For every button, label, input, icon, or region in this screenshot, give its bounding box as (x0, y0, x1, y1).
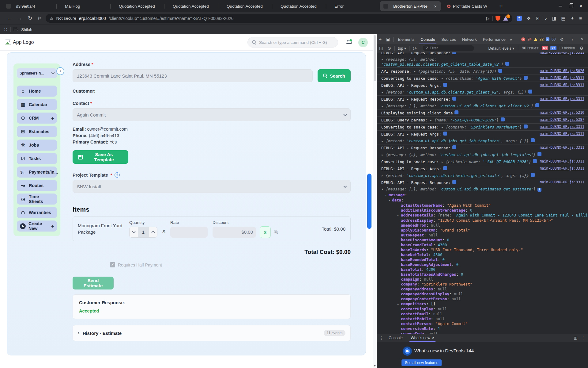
expand-arrow-icon[interactable]: ▾ (385, 193, 389, 198)
url-field[interactable]: ⚠ Not secure erp.local:8000/clients?look… (46, 14, 512, 23)
console-tree-row[interactable]: addressDisplay"123643 Commit Lane<br>\nS… (377, 218, 588, 223)
source-link[interactable]: main-DUBNX-6R.js:3311 (540, 97, 584, 101)
source-link[interactable]: main-DUBNX-6R.js:3311 (540, 132, 584, 136)
console-tree-row[interactable]: baseDiscountAmount0 (377, 238, 588, 243)
console-errors-count[interactable]: 24 (527, 37, 531, 41)
expand-arrow-icon[interactable]: ▸ (397, 302, 401, 307)
source-link[interactable]: main-DUBNX-6R.js:5026 (540, 69, 584, 73)
extensions-puzzle-icon[interactable]: ❖ (527, 16, 531, 21)
not-secure-label[interactable]: Not secure (56, 16, 76, 21)
console-tree-row[interactable]: amendedFromnull (377, 223, 588, 228)
sidebar-item[interactable]: Time Sheets (17, 194, 57, 205)
history-accordion[interactable]: › History - Estimate 11 events (73, 325, 351, 341)
info-badge-icon[interactable] (535, 103, 539, 107)
settings-gear-icon[interactable]: ⚙ (560, 37, 564, 42)
bookmark-icon[interactable]: ⚐ (37, 16, 41, 21)
window-restore-icon[interactable] (569, 5, 572, 8)
url-host[interactable]: erp.local:8000 (79, 16, 106, 21)
leo-ai-sparkle-icon[interactable]: ✦ (571, 16, 575, 21)
sidebar-collapse-button[interactable]: ‹ (56, 67, 64, 75)
share-icon[interactable]: ▷ (486, 16, 490, 21)
stepper-increase-icon[interactable] (149, 227, 157, 237)
menu-icon[interactable]: ≡ (579, 16, 582, 21)
console-log-line[interactable]: ▸ {message: {…}, method: 'custom_ui.api.… (377, 151, 588, 158)
global-search-input[interactable]: Search or type a command (Ctrl + G) (247, 37, 338, 48)
sidebar-item[interactable]: Warranties (17, 207, 57, 218)
console-warnings-icon[interactable] (534, 38, 537, 41)
page-scrollbar-thumb[interactable] (367, 174, 371, 229)
info-badge-icon[interactable] (443, 132, 447, 136)
info-badge-icon[interactable] (537, 152, 541, 156)
console-log-line[interactable]: DEBUG: API - Request Args: main-DUBNX-6R… (377, 165, 588, 172)
console-info-count[interactable]: 63 (552, 37, 556, 41)
sidebar-item[interactable]: Routes (17, 180, 57, 191)
object-preview[interactable]: ▸ {method: (381, 90, 407, 94)
discount-dollar-toggle[interactable]: $ (260, 226, 271, 238)
apps-grid-icon[interactable]: ∷ (4, 27, 7, 33)
password-manager-icon[interactable] (517, 16, 522, 21)
browser-tab[interactable]: Quotation Accepted (164, 0, 218, 12)
object-preview[interactable]: ▸ {company: (441, 125, 469, 129)
device-toolbar-icon[interactable]: ▣ (386, 37, 390, 42)
console-sidebar-toggle-icon[interactable]: ◫ (379, 46, 383, 51)
half-payment-checkbox[interactable]: ✓ (110, 262, 115, 267)
console-tree-row[interactable]: ▸addressDetails{name: 'Again With Commit… (377, 213, 588, 218)
console-tree-row[interactable]: companyContactPersonnull (377, 297, 588, 301)
app-logo[interactable]: App Logo (13, 40, 34, 45)
rate-input[interactable] (170, 227, 208, 238)
console-log-line[interactable]: Converting to snake case: ▸ {estimate_na… (377, 158, 588, 165)
object-preview[interactable]: ▾ {message: {…}, method: (381, 187, 439, 191)
console-tree-row[interactable]: contactEmailnull (377, 312, 588, 316)
source-link[interactable]: main-DUBNX-6R.js:3311 (540, 166, 584, 171)
more-tabs-icon[interactable]: » (510, 37, 512, 42)
browser-tab[interactable]: Error (326, 0, 380, 12)
inspect-element-icon[interactable]: ⌖ (379, 37, 382, 42)
scroll-down-arrow-icon[interactable]: ▼ (373, 364, 377, 367)
object-preview[interactable]: ▸ {estimate_name: (441, 159, 483, 164)
console-log-line[interactable]: ▾ {message: {…}, method: 'custom_ui.api.… (377, 186, 588, 193)
console-tree-row[interactable]: baseTotal4300 (377, 267, 588, 272)
console-tree-row[interactable]: baseGrandTotal4300 (377, 243, 588, 247)
sidebar-item[interactable]: Payments/In... (17, 167, 57, 178)
expand-arrow-icon[interactable]: ▾ (388, 198, 392, 203)
info-badge-icon[interactable] (498, 69, 502, 73)
browser-tab[interactable]: MailHog (56, 0, 110, 12)
company-dropdown[interactable]: Sprinklers N... (17, 68, 57, 78)
source-link[interactable]: main-DUBNX-6R.js:3311 (540, 76, 584, 80)
help-icon[interactable]: ? (115, 172, 120, 178)
info-badge-icon[interactable] (443, 83, 447, 87)
media-control-icon[interactable]: ♪ (545, 16, 547, 21)
devtools-tab[interactable]: Performance (480, 34, 508, 44)
source-link[interactable]: main-DUBNX-6R.js:3311 (540, 83, 584, 87)
issues-label[interactable]: 90 Issues: (522, 46, 539, 50)
sidebar-item[interactable]: Estimates (17, 126, 57, 137)
console-log-line[interactable]: DEBUG: Query params: ▸ {name: '-SAL-QT-0… (377, 116, 588, 123)
expand-arrow-icon[interactable]: ▸ (397, 213, 401, 218)
console-log-line[interactable]: Displaying existing client data main-DUB… (377, 109, 588, 116)
info-badge-icon[interactable] (443, 166, 447, 170)
project-template-select[interactable]: SNW Install (73, 180, 351, 193)
reload-icon[interactable]: ↻ (28, 15, 32, 21)
info-badge-icon[interactable] (501, 117, 505, 121)
console-tree-row[interactable]: additionalDiscountPercentage0 (377, 208, 588, 213)
log-levels-dropdown[interactable]: Default levels ▾ (488, 46, 514, 51)
console-tree-row[interactable]: baseRoundingAdjustment0 (377, 262, 588, 267)
source-link[interactable]: main-DUBNX-6R.js:5387 (540, 117, 584, 122)
console-tree-row[interactable]: couponCodenull (377, 331, 588, 334)
object-preview[interactable]: ▸ {message: {…}, method: (381, 152, 439, 157)
drawer-tab[interactable]: What's new × (408, 334, 438, 342)
info-badge-icon[interactable] (505, 62, 509, 66)
split-panel-icon[interactable]: ◫ (574, 335, 578, 340)
console-tree-row[interactable]: applyDiscountOn"Grand Total" (377, 228, 588, 233)
devtools-tab[interactable]: Network (459, 34, 480, 44)
quantity-stepper[interactable]: 1 (129, 227, 157, 238)
devtools-close-icon[interactable]: × (581, 37, 583, 42)
quantity-value[interactable]: 1 (138, 227, 149, 237)
drawer-kebab-icon[interactable]: ⋮ (379, 335, 383, 340)
info-badge-icon[interactable] (528, 90, 532, 94)
info-badge-icon[interactable] (454, 110, 458, 114)
source-link[interactable]: main-DUBNX-6R.js:5210 (540, 110, 584, 115)
sidebar-item[interactable]: Tasks (17, 153, 57, 164)
extension-badge-icon[interactable]: 1 (503, 16, 508, 21)
drawer-menu-icon[interactable]: ⋮ (581, 335, 585, 340)
